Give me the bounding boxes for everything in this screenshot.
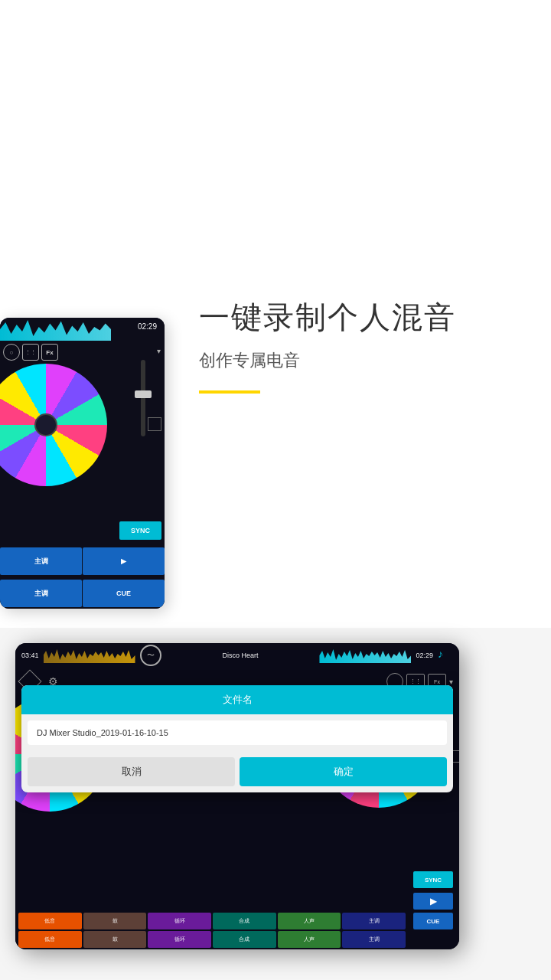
sub-title: 创作专属电音 bbox=[199, 349, 536, 372]
dropdown-arrow-icon[interactable]: ▾ bbox=[157, 347, 161, 355]
top-text-area: 一键录制个人混音 创作专属电音 bbox=[199, 299, 536, 394]
bt-waveform-right bbox=[319, 648, 411, 663]
turntable-center bbox=[34, 413, 57, 436]
dialog-cancel-button[interactable]: 取消 bbox=[28, 757, 235, 786]
play-button[interactable]: ▶ bbox=[83, 547, 165, 575]
dj-waveform bbox=[0, 318, 111, 341]
eq-button[interactable]: ⋮⋮ bbox=[22, 344, 39, 361]
dialog-confirm-button[interactable]: 确定 bbox=[240, 757, 447, 786]
bt-pad-synth-1[interactable]: 合成 bbox=[213, 913, 276, 929]
dialog-overlay: 文件名 DJ Mixer Studio_2019-01-16-10-15 取消 … bbox=[21, 685, 453, 792]
bt-topbar: 03:41 〜 Disco Heart 02:29 ♪ bbox=[15, 643, 459, 668]
bt-play-button[interactable]: ▶ bbox=[413, 893, 453, 910]
tablet-top: 02:29 ○ ⋮⋮ Fx ▾ bbox=[0, 318, 165, 609]
bt-note-icon: ♪ bbox=[438, 648, 453, 663]
bt-pad-row-2: 低音 鼓 循环 合成 人声 主调 bbox=[18, 931, 406, 948]
bt-sync-button[interactable]: SYNC bbox=[413, 871, 453, 888]
dialog-box: 文件名 DJ Mixer Studio_2019-01-16-10-15 取消 … bbox=[21, 685, 453, 792]
bt-pad-loop-1[interactable]: 循环 bbox=[148, 913, 211, 929]
cue-button-top[interactable]: CUE bbox=[83, 580, 165, 607]
tablet-bottom-inner: 03:41 〜 Disco Heart 02:29 ♪ ⚙ ⋮⋮ Fx ▾ 文 bbox=[15, 643, 459, 949]
bottom-btn-row1: 主调 ▶ bbox=[0, 547, 165, 575]
fader-track bbox=[141, 360, 145, 436]
dialog-title: 文件名 bbox=[21, 685, 453, 714]
bt-pad-key-1[interactable]: 主调 bbox=[342, 913, 406, 929]
bottom-btn-row2: 主调 CUE bbox=[0, 580, 165, 607]
bt-pad-row-1: 低音 鼓 循环 合成 人声 主调 bbox=[18, 913, 406, 929]
bt-pad-vocal-1[interactable]: 人声 bbox=[278, 913, 341, 929]
bt-time-right: 02:29 bbox=[416, 652, 433, 659]
fx-button[interactable]: Fx bbox=[41, 344, 58, 361]
loop-button[interactable]: ○ bbox=[3, 344, 20, 361]
bt-pad-drum-2[interactable]: 鼓 bbox=[83, 931, 147, 948]
bt-pad-low-freq-2[interactable]: 低音 bbox=[18, 931, 82, 948]
bt-waveform-left bbox=[44, 648, 135, 663]
loop-square-button[interactable] bbox=[148, 417, 161, 431]
tablet-bottom: 03:41 〜 Disco Heart 02:29 ♪ ⚙ ⋮⋮ Fx ▾ 文 bbox=[15, 643, 459, 949]
bt-pad-rows: 低音 鼓 循环 合成 人声 主调 低音 鼓 循环 合成 人声 主调 bbox=[18, 913, 406, 948]
bt-pulse-icon: 〜 bbox=[140, 645, 161, 666]
dialog-input[interactable]: DJ Mixer Studio_2019-01-16-10-15 bbox=[28, 720, 447, 745]
bt-pad-synth-2[interactable]: 合成 bbox=[213, 931, 276, 948]
dj-controls-row: ○ ⋮⋮ Fx bbox=[3, 344, 58, 361]
bt-cue-button[interactable]: CUE bbox=[413, 913, 453, 929]
bt-dropdown-icon[interactable]: ▾ bbox=[449, 678, 453, 686]
dj-time-display: 02:29 bbox=[138, 322, 157, 331]
main-title: 一键录制个人混音 bbox=[199, 299, 536, 335]
bt-pad-drum-1[interactable]: 鼓 bbox=[83, 913, 147, 929]
tablet-top-inner: 02:29 ○ ⋮⋮ Fx ▾ bbox=[0, 318, 165, 609]
zhu-diao-button-2[interactable]: 主调 bbox=[0, 580, 82, 607]
bt-song-name: Disco Heart bbox=[166, 652, 315, 659]
bt-pad-key-2[interactable]: 主调 bbox=[342, 931, 406, 948]
yellow-line-divider bbox=[199, 390, 260, 394]
zhu-diao-button-1[interactable]: 主调 bbox=[0, 547, 82, 575]
bt-time-left: 03:41 bbox=[21, 652, 39, 659]
fader-handle[interactable] bbox=[135, 390, 152, 398]
dialog-btn-row: 取消 确定 bbox=[21, 751, 453, 792]
sync-button[interactable]: SYNC bbox=[119, 521, 161, 540]
bt-pad-vocal-2[interactable]: 人声 bbox=[278, 931, 341, 948]
turntable-disc[interactable] bbox=[0, 364, 107, 486]
bt-pad-low-freq-1[interactable]: 低音 bbox=[18, 913, 82, 929]
bt-pad-loop-2[interactable]: 循环 bbox=[148, 931, 211, 948]
top-section: 一键录制个人混音 创作专属电音 02:29 ○ ⋮⋮ Fx ▾ bbox=[0, 0, 551, 628]
